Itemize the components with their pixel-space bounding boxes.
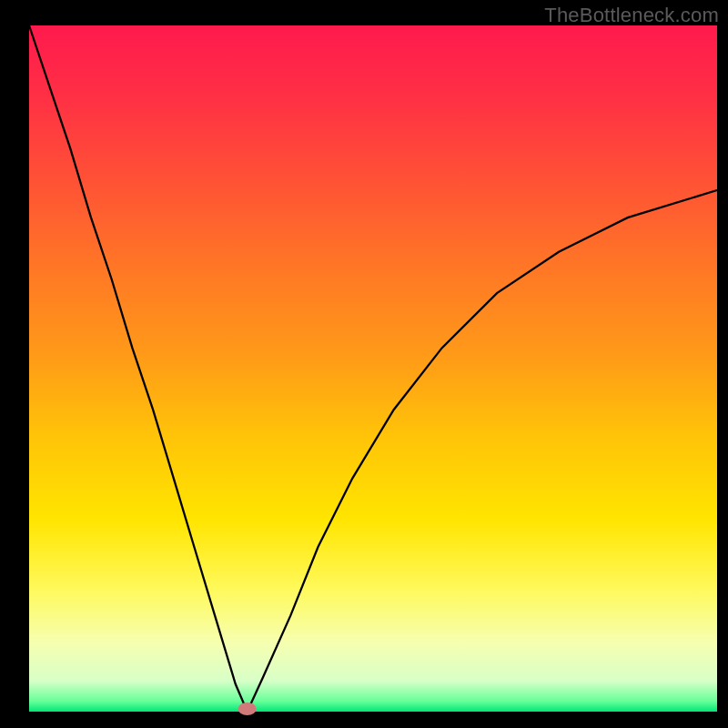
chart-frame: { "watermark": "TheBottleneck.com", "plo… [0, 0, 728, 728]
optimal-point-marker [238, 703, 257, 715]
watermark-text: TheBottleneck.com [544, 4, 719, 27]
bottleneck-chart [0, 0, 728, 728]
plot-background [29, 25, 717, 712]
